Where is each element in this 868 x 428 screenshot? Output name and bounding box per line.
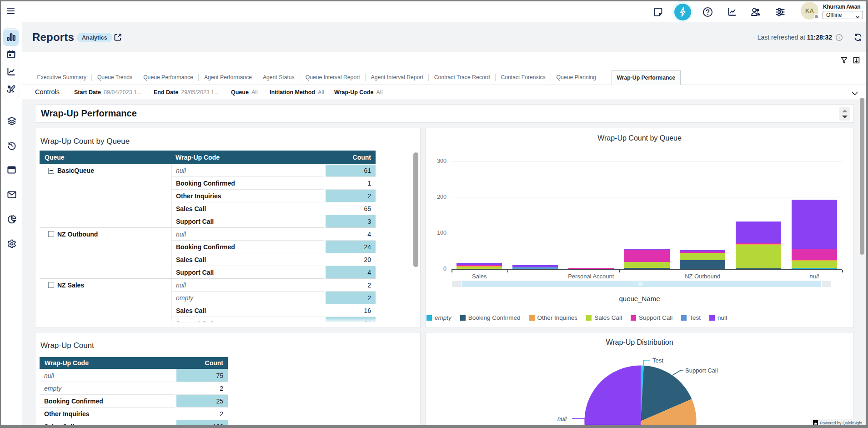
bar-segment[interactable]	[457, 263, 502, 264]
sidebar-item-settings[interactable]	[7, 240, 16, 249]
table-row[interactable]: Booking Confirmed25	[40, 394, 228, 407]
tab-agent-performance[interactable]: Agent Performance	[199, 70, 257, 85]
sidebar-item-schedule[interactable]	[3, 47, 19, 63]
table-row[interactable]: Other Inquiries2	[40, 407, 228, 420]
collapse-icon[interactable]	[48, 282, 54, 288]
collapse-icon[interactable]	[48, 168, 54, 174]
page-scrollbar[interactable]	[860, 98, 864, 255]
sidebar-item-windows[interactable]	[7, 166, 16, 176]
sidebar-item-mail[interactable]	[7, 191, 16, 200]
bar-segment[interactable]	[792, 261, 837, 268]
column-header-wrap-up-code[interactable]: Wrap-Up Code	[171, 151, 324, 164]
bar-segment[interactable]	[624, 262, 670, 268]
bar-segment[interactable]	[457, 265, 502, 266]
table-row[interactable]: empty 2	[40, 291, 376, 304]
spinner-down-icon[interactable]	[842, 116, 848, 118]
tab-agent-interval-report[interactable]: Agent Interval Report	[366, 70, 428, 85]
zoom-handle-right[interactable]	[822, 281, 831, 287]
spinner-up-icon[interactable]	[842, 110, 848, 112]
column-header-wrap-up-code[interactable]: Wrap-Up Code	[40, 357, 175, 369]
legend-item[interactable]: empty	[426, 314, 452, 321]
bar-segment[interactable]	[680, 253, 725, 260]
hamburger-menu-icon[interactable]	[7, 8, 15, 14]
column-header-count[interactable]: Count	[176, 357, 228, 369]
external-link-icon[interactable]	[113, 33, 122, 42]
sidebar-item-reports[interactable]	[7, 215, 16, 225]
table-row[interactable]: Sales Call 65	[40, 202, 376, 215]
table-row[interactable]: Other Inquiries 2	[40, 189, 376, 202]
bar-segment[interactable]	[512, 267, 558, 269]
metrics-icon[interactable]	[726, 6, 738, 18]
bar-segment[interactable]	[792, 200, 837, 249]
bar-segment[interactable]	[792, 268, 837, 269]
column-header-count[interactable]: Count	[326, 151, 376, 164]
bar-segment[interactable]	[624, 249, 670, 250]
bar-segment[interactable]	[736, 244, 781, 245]
tab-queue-performance[interactable]: Queue Performance	[138, 70, 199, 85]
legend-item[interactable]: Test	[681, 314, 701, 321]
tab-contact-forensics[interactable]: Contact Forensics	[496, 70, 551, 85]
users-icon[interactable]	[750, 6, 762, 18]
sidebar-item-dashboard[interactable]	[3, 30, 19, 46]
legend-item[interactable]: Support Call	[631, 314, 672, 321]
pie-slice[interactable]	[584, 365, 641, 425]
controls-bar[interactable]: Controls Start Date09/04/2023 1...End Da…	[22, 85, 866, 99]
download-icon[interactable]	[853, 57, 860, 65]
sliders-icon[interactable]	[774, 6, 786, 18]
memo-icon[interactable]	[652, 6, 664, 18]
bar-segment[interactable]	[680, 252, 725, 253]
status-select[interactable]: Offline	[823, 11, 863, 19]
tab-wrap-up-performance-active[interactable]: Wrap-Up Performance	[612, 70, 681, 85]
bar-segment[interactable]	[792, 249, 837, 260]
bar-segment[interactable]	[736, 243, 781, 244]
tab-executive-summary[interactable]: Executive Summary	[32, 70, 91, 85]
table-row[interactable]: Support Call 4	[40, 266, 376, 278]
pivot-table-scrollbar[interactable]	[413, 152, 418, 267]
column-header-queue[interactable]: Queue	[40, 151, 171, 164]
controls-chevron-icon[interactable]	[852, 89, 858, 97]
table-row[interactable]: BasicQueue null 61	[40, 164, 376, 176]
sidebar-item-history[interactable]	[7, 141, 16, 151]
control-start-date[interactable]: Start Date09/04/2023 1...	[74, 89, 141, 96]
bar-segment[interactable]	[792, 260, 837, 261]
bar-segment[interactable]	[680, 260, 725, 269]
bolt-icon[interactable]	[672, 1, 693, 22]
table-row[interactable]: Sales Call 16	[40, 304, 376, 317]
zoom-handle-left[interactable]	[452, 281, 461, 287]
bar-segment[interactable]	[457, 266, 502, 267]
table-row[interactable]: NZ Outbound null 4	[40, 227, 376, 240]
bar-segment[interactable]	[736, 245, 781, 268]
control-wrap-up-code[interactable]: Wrap-Up CodeAll	[334, 89, 382, 96]
legend-item[interactable]: null	[709, 314, 727, 321]
bar-segment[interactable]	[736, 222, 781, 243]
bar-segment[interactable]	[512, 265, 558, 267]
bar-segment[interactable]	[624, 250, 670, 262]
table-row[interactable]: NZ Sales null 2	[40, 278, 376, 291]
control-end-date[interactable]: End Date29/05/2023 1...	[154, 89, 219, 96]
table-row[interactable]: empty2	[40, 382, 228, 394]
bar-segment[interactable]	[624, 268, 670, 269]
collapse-icon[interactable]	[48, 231, 54, 237]
table-row[interactable]: Support Call 3	[40, 215, 376, 227]
tab-queue-interval-report[interactable]: Queue Interval Report	[300, 70, 365, 85]
table-row[interactable]: Booking Confirmed 24	[40, 240, 376, 253]
control-initiation-method[interactable]: Initiation MethodAll	[270, 89, 324, 96]
legend-item[interactable]: Sales Call	[586, 314, 622, 321]
sheet-spinner[interactable]	[839, 107, 850, 121]
bar-segment[interactable]	[680, 250, 725, 252]
tab-agent-status[interactable]: Agent Status	[257, 70, 300, 85]
info-icon[interactable]	[836, 34, 843, 43]
table-row[interactable]: Sales Call106	[40, 420, 228, 425]
filter-icon[interactable]	[841, 57, 848, 65]
table-row[interactable]: Sales Call 20	[40, 253, 376, 266]
legend-item[interactable]: Booking Confirmed	[460, 314, 521, 321]
avatar[interactable]: KA	[801, 2, 818, 20]
help-icon[interactable]	[702, 6, 713, 18]
sidebar-item-historical-metrics[interactable]	[3, 64, 19, 81]
bar-segment[interactable]	[568, 268, 614, 269]
bar-segment[interactable]	[457, 267, 502, 269]
refresh-icon[interactable]	[853, 33, 863, 44]
bar-segment[interactable]	[736, 268, 781, 269]
table-row[interactable]: null75	[40, 369, 228, 382]
sidebar-item-queues[interactable]	[7, 117, 16, 126]
